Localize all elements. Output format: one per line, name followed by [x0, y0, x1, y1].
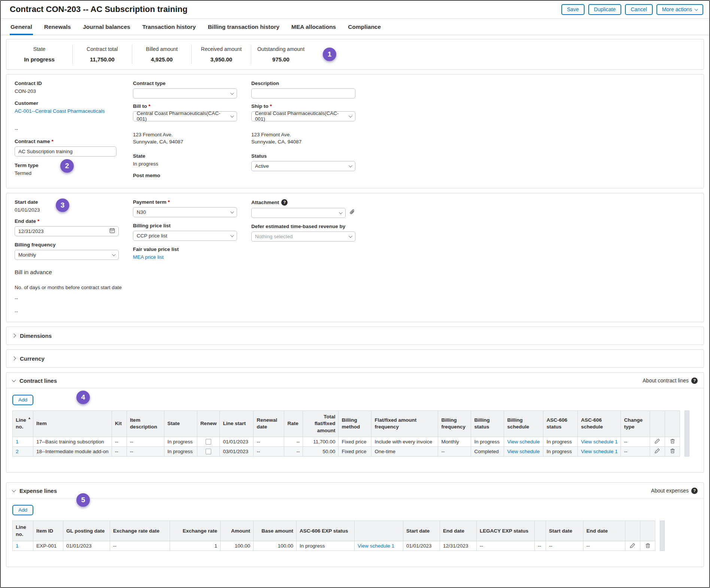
start-date-field: Start date 01/01/2023 3: [15, 199, 133, 213]
bill-in-advance-label: Bill in advance: [15, 269, 133, 276]
overview-column-1: Contract ID CON-203 Customer AC-001--Cen…: [15, 80, 133, 181]
tab-compliance[interactable]: Compliance: [347, 19, 382, 35]
defer-revenue-select[interactable]: Nothing selected: [251, 231, 355, 242]
contract-id-label: Contract ID: [15, 81, 133, 86]
about-contract-lines[interactable]: About contract lines ?: [643, 378, 698, 384]
duplicate-button[interactable]: Duplicate: [588, 4, 621, 15]
view-expense-schedule-link[interactable]: View schedule 1: [358, 543, 394, 549]
add-contract-line-button[interactable]: Add: [12, 395, 33, 405]
help-icon[interactable]: ?: [691, 378, 698, 384]
more-actions-label: More actions: [662, 6, 692, 13]
about-expenses[interactable]: About expenses ?: [651, 488, 698, 494]
billing-price-list-label: Billing price list: [133, 223, 251, 228]
edit-icon[interactable]: [650, 446, 665, 456]
dimensions-title: Dimensions: [20, 333, 52, 339]
col-exchange-rate-date: Exchange rate date: [110, 521, 170, 541]
chevron-down-icon: [112, 252, 116, 256]
renew-checkbox[interactable]: [206, 439, 211, 445]
tab-general[interactable]: General: [10, 19, 33, 35]
help-icon[interactable]: ?: [691, 488, 698, 494]
col-line-no[interactable]: Line no.▲: [13, 410, 33, 437]
summary-state-value: In progress: [6, 56, 72, 63]
mea-price-list-link[interactable]: MEA price list: [133, 254, 251, 260]
payment-term-select[interactable]: N30: [133, 207, 237, 217]
overview-panel: Contract ID CON-203 Customer AC-001--Cen…: [6, 74, 704, 188]
expense-lines-toggle[interactable]: Expense lines: [12, 488, 57, 494]
billing-panel: Start date 01/01/2023 3 End date* 12/31/…: [6, 193, 704, 322]
contract-type-select[interactable]: [133, 88, 237, 98]
tab-journal-balances[interactable]: Journal balances: [82, 19, 131, 35]
currency-section-toggle[interactable]: Currency: [6, 349, 704, 368]
paperclip-icon[interactable]: [349, 209, 356, 217]
chevron-down-icon: [12, 378, 16, 382]
callout-badge-2: 2: [60, 159, 74, 173]
help-icon[interactable]: ?: [281, 199, 288, 206]
description-input[interactable]: [251, 88, 355, 98]
item-cell: 17--Basic training subscription: [33, 437, 112, 446]
tab-renewals[interactable]: Renewals: [43, 19, 72, 35]
line-no-link[interactable]: 1: [16, 439, 19, 445]
payment-term-label: Payment term*: [133, 199, 251, 205]
table-scrollbar[interactable]: [660, 521, 665, 551]
view-billing-schedule-link[interactable]: View schedule: [507, 449, 540, 454]
col-billing-frequency: Billing frequency: [438, 410, 471, 437]
tab-transaction-history[interactable]: Transaction history: [142, 19, 197, 35]
end-date-input[interactable]: 12/31/2023: [15, 226, 119, 236]
customer-link[interactable]: AC-001--Central Coast Pharmaceuticals: [15, 108, 133, 114]
contract-lines-toggle[interactable]: Contract lines: [12, 378, 57, 384]
ship-to-select[interactable]: Central Coast Pharmaceuticals(CAC-001): [251, 111, 355, 121]
contract-name-input[interactable]: [15, 146, 116, 157]
chevron-right-icon: [12, 334, 16, 338]
page-title: Contract CON-203 -- AC Subscription trai…: [10, 4, 188, 14]
calendar-icon[interactable]: [109, 228, 115, 234]
billing-price-list-select[interactable]: CCP price list: [133, 231, 237, 241]
chevron-down-icon: [230, 91, 234, 95]
attachment-select[interactable]: [251, 208, 346, 218]
billing-frequency-select[interactable]: Monthly: [15, 250, 119, 260]
state-label: State: [133, 153, 251, 159]
required-asterisk: *: [168, 199, 170, 205]
table-scrollbar[interactable]: [685, 410, 689, 457]
col-exchange-rate: Exchange rate: [170, 521, 221, 541]
line-no-link[interactable]: 2: [16, 449, 19, 454]
expense-lines-toolbar: Add 5: [6, 498, 704, 521]
col-billing-status: Billing status: [471, 410, 504, 437]
view-billing-schedule-link[interactable]: View schedule: [507, 439, 540, 445]
billing-column-2: Payment term* N30 Billing price list CCP…: [133, 198, 251, 314]
term-type-label: Term type: [15, 163, 133, 168]
col-end-date-2: End date: [583, 521, 625, 541]
col-amount: Amount: [221, 521, 254, 541]
expense-lines-header: Expense lines About expenses ?: [6, 483, 704, 498]
bill-to-select[interactable]: Central Coast Pharmaceuticals(CAC-001): [133, 111, 237, 121]
renew-checkbox[interactable]: [206, 449, 211, 454]
view-asc606-schedule-link[interactable]: View schedule 1: [581, 449, 618, 454]
term-type-value: Termed: [15, 170, 133, 176]
tab-mea-allocations[interactable]: MEA allocations: [291, 19, 337, 35]
delete-icon[interactable]: [665, 437, 680, 446]
edit-icon[interactable]: [625, 541, 640, 551]
days-before-value-1: --: [15, 295, 133, 301]
more-actions-button[interactable]: More actions: [656, 4, 703, 15]
bill-to-address-2: Sunnyvale, CA, 94087: [133, 139, 251, 145]
dimensions-section-toggle[interactable]: Dimensions: [6, 327, 704, 345]
line-no-link[interactable]: 1: [16, 543, 19, 549]
tab-billing-transaction-history[interactable]: Billing transaction history: [207, 19, 280, 35]
delete-icon[interactable]: [665, 446, 680, 456]
contract-lines-panel: Contract lines About contract lines ? Ad…: [6, 372, 704, 473]
days-before-value-2: --: [15, 309, 133, 314]
contract-line-row-1: 1 17--Basic training subscription -- -- …: [13, 437, 680, 446]
cancel-button[interactable]: Cancel: [625, 4, 653, 15]
save-button[interactable]: Save: [561, 4, 585, 15]
add-expense-line-button[interactable]: Add: [12, 505, 33, 515]
contract-lines-header: Contract lines About contract lines ?: [6, 373, 704, 388]
edit-icon[interactable]: [650, 437, 665, 446]
status-select[interactable]: Active: [251, 161, 355, 171]
col-change-type: Change type: [621, 410, 650, 437]
view-asc606-schedule-link[interactable]: View schedule 1: [581, 439, 618, 445]
callout-badge-4: 4: [76, 391, 90, 404]
summary-outstanding-amount: Outstanding amount 975.00: [251, 45, 310, 64]
delete-icon[interactable]: [640, 541, 655, 551]
col-flat-fixed-frequency: Flat/fixed amount frequency: [371, 410, 438, 437]
callout-badge-5: 5: [76, 493, 90, 507]
col-total-flat-fixed: Total flat/fixed amount: [303, 410, 339, 437]
